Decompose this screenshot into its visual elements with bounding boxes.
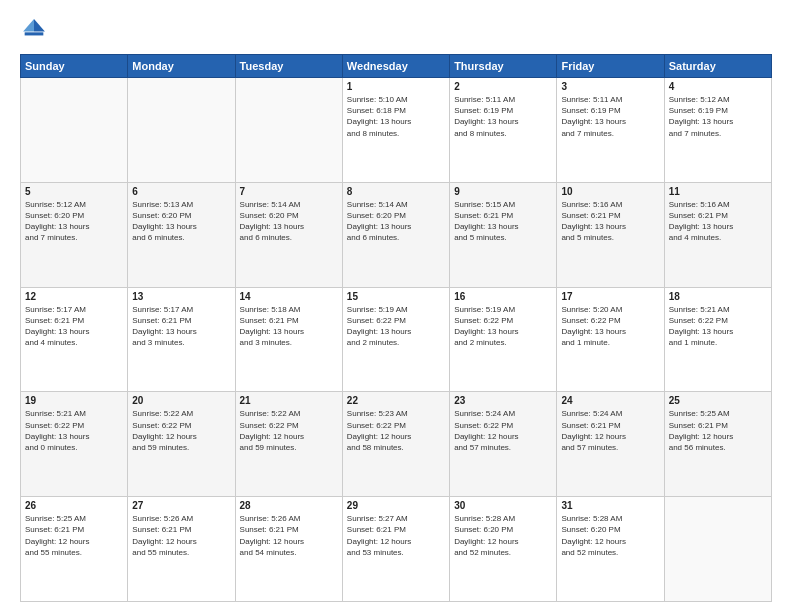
- cell-content: Sunrise: 5:25 AM Sunset: 6:21 PM Dayligh…: [25, 513, 123, 558]
- day-number: 31: [561, 500, 659, 511]
- calendar-week-3: 12Sunrise: 5:17 AM Sunset: 6:21 PM Dayli…: [21, 287, 772, 392]
- page: SundayMondayTuesdayWednesdayThursdayFrid…: [0, 0, 792, 612]
- day-number: 30: [454, 500, 552, 511]
- day-header-tuesday: Tuesday: [235, 55, 342, 78]
- day-number: 21: [240, 395, 338, 406]
- day-number: 4: [669, 81, 767, 92]
- calendar-cell: 10Sunrise: 5:16 AM Sunset: 6:21 PM Dayli…: [557, 182, 664, 287]
- calendar-header-row: SundayMondayTuesdayWednesdayThursdayFrid…: [21, 55, 772, 78]
- cell-content: Sunrise: 5:12 AM Sunset: 6:19 PM Dayligh…: [669, 94, 767, 139]
- calendar-cell: 21Sunrise: 5:22 AM Sunset: 6:22 PM Dayli…: [235, 392, 342, 497]
- day-number: 15: [347, 291, 445, 302]
- day-header-monday: Monday: [128, 55, 235, 78]
- calendar-cell: 5Sunrise: 5:12 AM Sunset: 6:20 PM Daylig…: [21, 182, 128, 287]
- svg-rect-2: [25, 32, 44, 35]
- cell-content: Sunrise: 5:17 AM Sunset: 6:21 PM Dayligh…: [25, 304, 123, 349]
- day-number: 25: [669, 395, 767, 406]
- cell-content: Sunrise: 5:22 AM Sunset: 6:22 PM Dayligh…: [240, 408, 338, 453]
- calendar-cell: 25Sunrise: 5:25 AM Sunset: 6:21 PM Dayli…: [664, 392, 771, 497]
- calendar-cell: 7Sunrise: 5:14 AM Sunset: 6:20 PM Daylig…: [235, 182, 342, 287]
- cell-content: Sunrise: 5:25 AM Sunset: 6:21 PM Dayligh…: [669, 408, 767, 453]
- calendar-cell: 14Sunrise: 5:18 AM Sunset: 6:21 PM Dayli…: [235, 287, 342, 392]
- calendar-cell: 28Sunrise: 5:26 AM Sunset: 6:21 PM Dayli…: [235, 497, 342, 602]
- day-number: 29: [347, 500, 445, 511]
- calendar-cell: 29Sunrise: 5:27 AM Sunset: 6:21 PM Dayli…: [342, 497, 449, 602]
- cell-content: Sunrise: 5:26 AM Sunset: 6:21 PM Dayligh…: [240, 513, 338, 558]
- day-number: 14: [240, 291, 338, 302]
- calendar-cell: 13Sunrise: 5:17 AM Sunset: 6:21 PM Dayli…: [128, 287, 235, 392]
- logo: [20, 16, 52, 44]
- day-number: 19: [25, 395, 123, 406]
- calendar-table: SundayMondayTuesdayWednesdayThursdayFrid…: [20, 54, 772, 602]
- day-number: 9: [454, 186, 552, 197]
- cell-content: Sunrise: 5:10 AM Sunset: 6:18 PM Dayligh…: [347, 94, 445, 139]
- calendar-cell: [21, 78, 128, 183]
- calendar-cell: 30Sunrise: 5:28 AM Sunset: 6:20 PM Dayli…: [450, 497, 557, 602]
- cell-content: Sunrise: 5:12 AM Sunset: 6:20 PM Dayligh…: [25, 199, 123, 244]
- day-header-sunday: Sunday: [21, 55, 128, 78]
- day-number: 5: [25, 186, 123, 197]
- cell-content: Sunrise: 5:19 AM Sunset: 6:22 PM Dayligh…: [347, 304, 445, 349]
- calendar-cell: 22Sunrise: 5:23 AM Sunset: 6:22 PM Dayli…: [342, 392, 449, 497]
- calendar-cell: 17Sunrise: 5:20 AM Sunset: 6:22 PM Dayli…: [557, 287, 664, 392]
- cell-content: Sunrise: 5:24 AM Sunset: 6:22 PM Dayligh…: [454, 408, 552, 453]
- cell-content: Sunrise: 5:11 AM Sunset: 6:19 PM Dayligh…: [561, 94, 659, 139]
- day-header-wednesday: Wednesday: [342, 55, 449, 78]
- calendar-cell: 27Sunrise: 5:26 AM Sunset: 6:21 PM Dayli…: [128, 497, 235, 602]
- cell-content: Sunrise: 5:18 AM Sunset: 6:21 PM Dayligh…: [240, 304, 338, 349]
- cell-content: Sunrise: 5:23 AM Sunset: 6:22 PM Dayligh…: [347, 408, 445, 453]
- calendar-cell: 18Sunrise: 5:21 AM Sunset: 6:22 PM Dayli…: [664, 287, 771, 392]
- day-number: 23: [454, 395, 552, 406]
- day-number: 2: [454, 81, 552, 92]
- calendar-cell: [235, 78, 342, 183]
- logo-icon: [20, 16, 48, 44]
- day-number: 18: [669, 291, 767, 302]
- calendar-cell: 9Sunrise: 5:15 AM Sunset: 6:21 PM Daylig…: [450, 182, 557, 287]
- cell-content: Sunrise: 5:11 AM Sunset: 6:19 PM Dayligh…: [454, 94, 552, 139]
- calendar-cell: [664, 497, 771, 602]
- cell-content: Sunrise: 5:27 AM Sunset: 6:21 PM Dayligh…: [347, 513, 445, 558]
- cell-content: Sunrise: 5:21 AM Sunset: 6:22 PM Dayligh…: [25, 408, 123, 453]
- day-number: 3: [561, 81, 659, 92]
- cell-content: Sunrise: 5:24 AM Sunset: 6:21 PM Dayligh…: [561, 408, 659, 453]
- calendar-cell: 26Sunrise: 5:25 AM Sunset: 6:21 PM Dayli…: [21, 497, 128, 602]
- calendar-cell: 6Sunrise: 5:13 AM Sunset: 6:20 PM Daylig…: [128, 182, 235, 287]
- day-header-friday: Friday: [557, 55, 664, 78]
- calendar-cell: 3Sunrise: 5:11 AM Sunset: 6:19 PM Daylig…: [557, 78, 664, 183]
- cell-content: Sunrise: 5:16 AM Sunset: 6:21 PM Dayligh…: [669, 199, 767, 244]
- cell-content: Sunrise: 5:14 AM Sunset: 6:20 PM Dayligh…: [240, 199, 338, 244]
- cell-content: Sunrise: 5:13 AM Sunset: 6:20 PM Dayligh…: [132, 199, 230, 244]
- calendar-cell: 19Sunrise: 5:21 AM Sunset: 6:22 PM Dayli…: [21, 392, 128, 497]
- day-number: 10: [561, 186, 659, 197]
- calendar-cell: 24Sunrise: 5:24 AM Sunset: 6:21 PM Dayli…: [557, 392, 664, 497]
- day-number: 17: [561, 291, 659, 302]
- cell-content: Sunrise: 5:28 AM Sunset: 6:20 PM Dayligh…: [454, 513, 552, 558]
- calendar-cell: 16Sunrise: 5:19 AM Sunset: 6:22 PM Dayli…: [450, 287, 557, 392]
- cell-content: Sunrise: 5:21 AM Sunset: 6:22 PM Dayligh…: [669, 304, 767, 349]
- calendar-week-4: 19Sunrise: 5:21 AM Sunset: 6:22 PM Dayli…: [21, 392, 772, 497]
- calendar-cell: 11Sunrise: 5:16 AM Sunset: 6:21 PM Dayli…: [664, 182, 771, 287]
- calendar-cell: 31Sunrise: 5:28 AM Sunset: 6:20 PM Dayli…: [557, 497, 664, 602]
- calendar-cell: 1Sunrise: 5:10 AM Sunset: 6:18 PM Daylig…: [342, 78, 449, 183]
- cell-content: Sunrise: 5:17 AM Sunset: 6:21 PM Dayligh…: [132, 304, 230, 349]
- calendar-cell: [128, 78, 235, 183]
- day-number: 28: [240, 500, 338, 511]
- day-header-thursday: Thursday: [450, 55, 557, 78]
- day-number: 8: [347, 186, 445, 197]
- day-number: 27: [132, 500, 230, 511]
- cell-content: Sunrise: 5:28 AM Sunset: 6:20 PM Dayligh…: [561, 513, 659, 558]
- calendar-cell: 20Sunrise: 5:22 AM Sunset: 6:22 PM Dayli…: [128, 392, 235, 497]
- day-number: 22: [347, 395, 445, 406]
- calendar-week-5: 26Sunrise: 5:25 AM Sunset: 6:21 PM Dayli…: [21, 497, 772, 602]
- calendar-cell: 2Sunrise: 5:11 AM Sunset: 6:19 PM Daylig…: [450, 78, 557, 183]
- cell-content: Sunrise: 5:22 AM Sunset: 6:22 PM Dayligh…: [132, 408, 230, 453]
- calendar-cell: 12Sunrise: 5:17 AM Sunset: 6:21 PM Dayli…: [21, 287, 128, 392]
- day-number: 24: [561, 395, 659, 406]
- day-number: 26: [25, 500, 123, 511]
- cell-content: Sunrise: 5:20 AM Sunset: 6:22 PM Dayligh…: [561, 304, 659, 349]
- calendar-week-1: 1Sunrise: 5:10 AM Sunset: 6:18 PM Daylig…: [21, 78, 772, 183]
- cell-content: Sunrise: 5:14 AM Sunset: 6:20 PM Dayligh…: [347, 199, 445, 244]
- svg-marker-1: [23, 19, 34, 31]
- day-number: 6: [132, 186, 230, 197]
- day-number: 16: [454, 291, 552, 302]
